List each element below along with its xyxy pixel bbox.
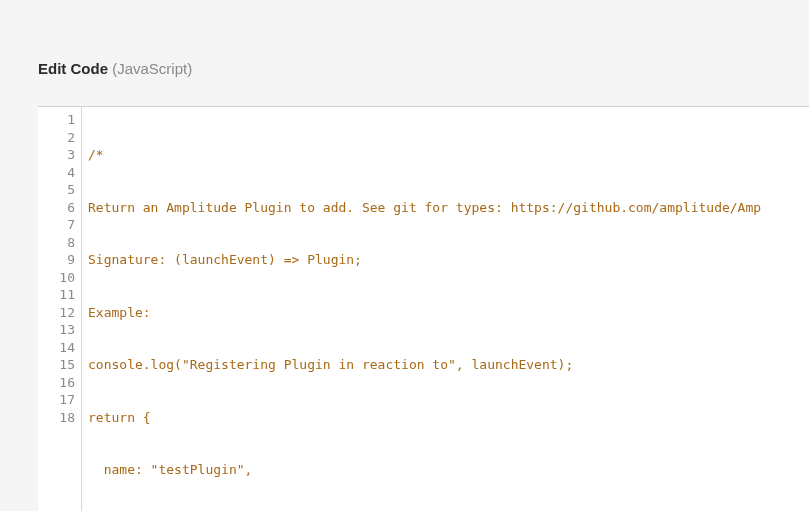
line-number: 3 (38, 146, 75, 164)
editor-language-label: (JavaScript) (108, 60, 192, 77)
code-text-area[interactable]: /* Return an Amplitude Plugin to add. Se… (82, 107, 809, 511)
editor-header: Edit Code (JavaScript) (38, 60, 809, 78)
line-number: 18 (38, 409, 75, 427)
line-number: 5 (38, 181, 75, 199)
editor-container: Edit Code (JavaScript) 1 2 3 4 5 6 7 8 9… (0, 0, 809, 511)
code-line: name: "testPlugin", (88, 461, 809, 479)
line-number: 10 (38, 269, 75, 287)
line-number: 6 (38, 199, 75, 217)
line-number: 12 (38, 304, 75, 322)
line-number: 9 (38, 251, 75, 269)
code-line: console.log("Registering Plugin in react… (88, 356, 809, 374)
line-number: 14 (38, 339, 75, 357)
code-editor[interactable]: 1 2 3 4 5 6 7 8 9 10 11 12 13 14 15 16 1… (38, 106, 809, 511)
line-number: 2 (38, 129, 75, 147)
line-number: 15 (38, 356, 75, 374)
line-number-gutter: 1 2 3 4 5 6 7 8 9 10 11 12 13 14 15 16 1… (38, 107, 82, 511)
code-line: return { (88, 409, 809, 427)
line-number: 11 (38, 286, 75, 304)
line-number: 13 (38, 321, 75, 339)
line-number: 1 (38, 111, 75, 129)
editor-title: Edit Code (38, 60, 108, 77)
code-line: /* (88, 146, 809, 164)
line-number: 4 (38, 164, 75, 182)
line-number: 8 (38, 234, 75, 252)
code-line: Return an Amplitude Plugin to add. See g… (88, 199, 809, 217)
line-number: 17 (38, 391, 75, 409)
line-number: 16 (38, 374, 75, 392)
code-line: Signature: (launchEvent) => Plugin; (88, 251, 809, 269)
line-number: 7 (38, 216, 75, 234)
code-line: Example: (88, 304, 809, 322)
